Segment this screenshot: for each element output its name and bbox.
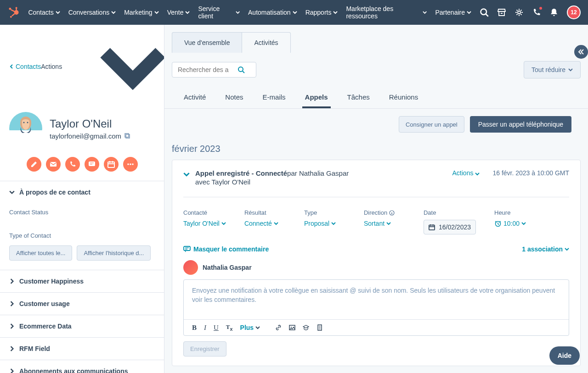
bold-button[interactable]: B — [192, 324, 197, 332]
chevron-down-icon — [9, 189, 15, 195]
nav-automation[interactable]: Automatisation — [248, 5, 297, 20]
contact-status-label: Contact Status — [9, 209, 155, 216]
month-heading: février 2023 — [164, 133, 588, 160]
tab-overview[interactable]: Vue d'ensemble — [172, 32, 242, 53]
nav-items: Contacts Conversations Marketing Vente S… — [28, 5, 471, 20]
collapse-all-button[interactable]: Tout réduire — [524, 61, 581, 78]
chevron-down-icon — [475, 172, 480, 176]
tab-calls[interactable]: Appels — [302, 89, 331, 108]
note-button[interactable] — [27, 157, 41, 172]
chevron-down-icon — [521, 221, 526, 226]
section-about-header[interactable]: À propos de ce contact — [0, 181, 164, 203]
time-label: Heure — [494, 209, 536, 216]
tab-activities[interactable]: Activités — [242, 32, 290, 53]
section-customer-happiness[interactable]: Customer Happiness — [0, 270, 164, 292]
more-button[interactable] — [123, 157, 138, 172]
back-to-contacts[interactable]: Contacts — [9, 63, 41, 70]
more-format-dropdown[interactable]: Plus — [240, 324, 260, 331]
chevron-down-icon — [221, 221, 226, 226]
direction-label: Direction — [364, 209, 405, 216]
comment-editor[interactable]: Envoyez une notification à votre collègu… — [183, 279, 569, 336]
link-icon[interactable] — [275, 324, 282, 331]
section-rfm-field[interactable]: RFM Field — [0, 338, 164, 360]
phone-icon[interactable] — [532, 8, 541, 17]
underline-button[interactable]: U — [214, 324, 219, 332]
nav-marketplace[interactable]: Marketplace des ressources — [346, 5, 427, 20]
chevron-down-icon — [386, 221, 391, 226]
chevron-right-icon — [9, 323, 15, 329]
meeting-button[interactable] — [104, 157, 119, 172]
contact-name: Taylor O'Neil — [50, 117, 130, 130]
card-actions-dropdown[interactable]: Actions — [452, 169, 480, 177]
email-button[interactable] — [46, 157, 61, 172]
phone-icon — [69, 161, 76, 168]
show-history-button[interactable]: Afficher l'historique d... — [77, 245, 151, 261]
nav-contacts[interactable]: Contacts — [28, 5, 60, 20]
contact-action-buttons — [0, 152, 164, 181]
info-icon[interactable] — [389, 210, 395, 216]
nav-sales[interactable]: Vente — [167, 5, 190, 20]
tab-activity[interactable]: Activité — [181, 89, 209, 108]
chat-button[interactable] — [85, 157, 99, 172]
tab-tasks[interactable]: Tâches — [345, 89, 373, 108]
call-card: Appel enregistré - Connectépar Nathalia … — [172, 160, 581, 366]
bell-icon[interactable] — [549, 8, 559, 17]
gear-icon[interactable] — [514, 8, 524, 17]
nav-marketing[interactable]: Marketing — [124, 5, 158, 20]
associations-dropdown[interactable]: 1 association — [522, 245, 569, 253]
chevron-down-icon — [111, 10, 116, 15]
save-comment-button[interactable]: Enregistrer — [183, 341, 226, 356]
activity-search-input[interactable] — [178, 66, 233, 73]
image-icon[interactable] — [289, 324, 295, 331]
nav-partner[interactable]: Partenaire — [435, 5, 471, 20]
type-value[interactable]: Proposal — [304, 220, 345, 227]
chevron-down-icon — [423, 10, 427, 15]
tab-emails[interactable]: E-mails — [260, 89, 288, 108]
search-icon[interactable] — [480, 8, 489, 17]
contact-avatar[interactable] — [9, 112, 42, 145]
contact-header: Taylor O'Neil taylorfoneil@gmail.com — [0, 105, 164, 152]
calendar-icon — [107, 161, 115, 168]
sidebar: Contacts Actions Taylor O'Neil taylorfon… — [0, 25, 164, 373]
date-input[interactable]: 16/02/2023 — [424, 220, 476, 234]
make-call-button[interactable]: Passer un appel téléphonique — [470, 116, 571, 133]
section-communications[interactable]: Abonnements aux communications — [0, 360, 164, 373]
chevron-down-icon[interactable] — [183, 171, 190, 178]
show-all-properties-button[interactable]: Afficher toutes le... — [9, 245, 72, 261]
hubspot-logo-icon[interactable] — [7, 6, 20, 19]
tab-notes[interactable]: Notes — [222, 89, 246, 108]
sidebar-actions-dropdown[interactable]: Actions — [41, 32, 164, 101]
time-value[interactable]: 10:00 — [494, 220, 536, 227]
comment-placeholder[interactable]: Envoyez une notification à votre collègu… — [184, 280, 569, 319]
clock-icon — [494, 220, 502, 227]
chevron-down-icon — [185, 10, 190, 15]
main-content: Vue d'ensemble Activités Tout réduire Ac… — [164, 25, 588, 373]
commenter-name: Nathalia Gaspar — [203, 264, 252, 271]
result-value[interactable]: Connecté — [244, 220, 286, 227]
nav-service[interactable]: Service client — [198, 5, 240, 20]
section-ecommerce-data[interactable]: Ecommerce Data — [0, 315, 164, 337]
chevron-down-icon — [467, 10, 471, 15]
tab-meetings[interactable]: Réunions — [386, 89, 421, 108]
chevron-down-icon — [255, 325, 260, 330]
activity-search[interactable] — [172, 62, 256, 78]
collapse-right-panel[interactable] — [574, 45, 588, 59]
nav-conversations[interactable]: Conversations — [68, 5, 116, 20]
contacted-value[interactable]: Taylor O'Neil — [183, 220, 226, 227]
snippet-icon[interactable] — [303, 324, 309, 331]
help-button[interactable]: Aide — [549, 346, 580, 365]
activity-tabs: Activité Notes E-mails Appels Tâches Réu… — [164, 85, 588, 109]
marketplace-icon[interactable] — [497, 8, 506, 17]
clear-format-button[interactable]: Tx — [226, 323, 233, 332]
search-icon[interactable] — [237, 66, 245, 73]
user-avatar-badge[interactable]: 12 — [567, 6, 581, 19]
direction-value[interactable]: Sortant — [364, 220, 405, 227]
copy-icon[interactable] — [124, 133, 130, 139]
hide-comment-toggle[interactable]: Masquer le commentaire — [183, 245, 269, 253]
call-button[interactable] — [65, 157, 80, 172]
section-customer-usage[interactable]: Customer usage — [0, 293, 164, 315]
italic-button[interactable]: I — [204, 324, 206, 332]
nav-reports[interactable]: Rapports — [305, 5, 338, 20]
document-icon[interactable] — [317, 324, 323, 331]
log-call-button[interactable]: Consigner un appel — [399, 116, 464, 133]
